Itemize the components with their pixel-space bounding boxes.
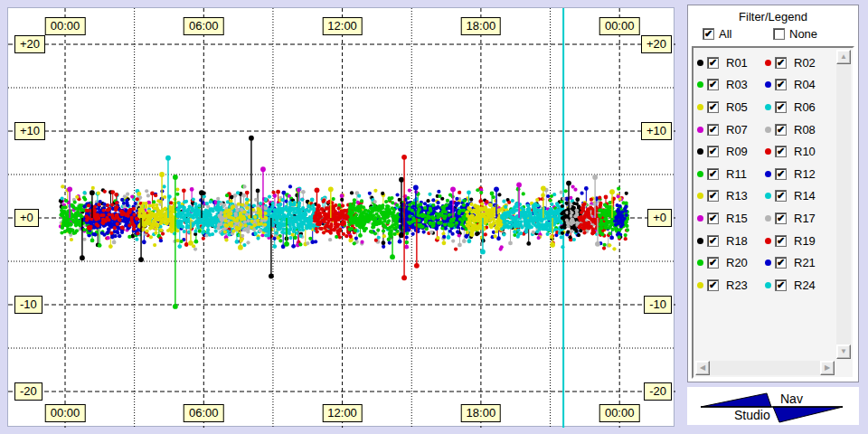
series-checkbox[interactable]: ✔	[775, 101, 787, 113]
series-color-dot	[765, 60, 771, 66]
x-tick-label-bottom: 06:00	[184, 404, 224, 422]
legend-item-R20[interactable]: ✔R20	[697, 256, 765, 269]
series-checkbox[interactable]: ✔	[707, 212, 719, 224]
series-checkbox[interactable]: ✔	[775, 124, 787, 136]
series-checkbox[interactable]: ✔	[707, 79, 719, 90]
series-color-dot	[765, 127, 771, 133]
series-checkbox[interactable]: ✔	[707, 57, 719, 69]
series-label: R20	[726, 256, 748, 269]
legend-item-R15[interactable]: ✔R15	[697, 212, 765, 225]
series-checkbox[interactable]: ✔	[775, 168, 787, 180]
y-tick-label-left: +20	[14, 35, 45, 53]
series-color-dot	[697, 259, 703, 266]
series-label: R11	[726, 167, 747, 181]
series-checkbox[interactable]: ✔	[707, 124, 719, 136]
series-color-dot	[697, 127, 703, 133]
legend-item-R14[interactable]: ✔R14	[765, 189, 833, 203]
series-checkbox[interactable]: ✔	[707, 235, 719, 247]
series-label: R10	[794, 145, 816, 158]
scroll-left-icon[interactable]: ◀	[695, 361, 710, 375]
series-color-dot	[765, 282, 771, 288]
series-checkbox[interactable]: ✔	[707, 257, 719, 269]
scroll-right-icon[interactable]: ▶	[820, 361, 835, 375]
legend-item-R01[interactable]: ✔R01	[697, 56, 765, 70]
series-color-dot	[765, 238, 771, 244]
series-color-dot	[697, 60, 703, 66]
all-checkbox-label: All	[719, 27, 731, 41]
y-tick-label-right: -20	[644, 382, 672, 401]
nav-studio-logo: Nav Studio	[687, 387, 859, 425]
legend-item-R12[interactable]: ✔R12	[765, 167, 833, 181]
none-checkbox-box[interactable]	[773, 28, 785, 40]
all-checkbox-box[interactable]: ✔	[703, 28, 714, 40]
scroll-down-icon[interactable]: ▼	[836, 344, 851, 359]
none-checkbox[interactable]: None	[773, 27, 817, 41]
series-color-dot	[765, 81, 771, 88]
series-label: R24	[794, 278, 816, 292]
y-tick-label-left: -10	[14, 296, 42, 314]
series-checkbox[interactable]: ✔	[775, 146, 787, 157]
series-checkbox[interactable]: ✔	[775, 235, 787, 247]
legend-item-R10[interactable]: ✔R10	[765, 145, 833, 158]
legend-item-R03[interactable]: ✔R03	[697, 78, 765, 91]
legend-item-R19[interactable]: ✔R19	[765, 234, 833, 248]
series-color-dot	[697, 215, 703, 222]
y-tick-label-left: +0	[14, 209, 39, 227]
legend-item-R13[interactable]: ✔R13	[697, 189, 765, 203]
legend-item-R21[interactable]: ✔R21	[765, 256, 833, 269]
legend-item-R17[interactable]: ✔R17	[765, 212, 833, 225]
series-label: R14	[794, 189, 816, 203]
series-checkbox[interactable]: ✔	[775, 257, 787, 269]
series-color-dot	[765, 148, 771, 155]
series-color-dot	[765, 259, 771, 266]
legend-item-R24[interactable]: ✔R24	[765, 278, 833, 292]
series-label: R06	[794, 100, 816, 114]
all-checkbox[interactable]: ✔ All	[703, 27, 731, 41]
legend-item-R06[interactable]: ✔R06	[765, 100, 833, 114]
series-color-dot	[697, 238, 703, 244]
series-checkbox[interactable]: ✔	[775, 190, 787, 202]
scroll-up-icon[interactable]: ▲	[836, 50, 851, 64]
legend-item-R11[interactable]: ✔R11	[697, 167, 765, 181]
y-tick-label-right: -10	[644, 296, 672, 314]
x-tick-label-bottom: 00:00	[599, 404, 640, 422]
vertical-scrollbar[interactable]	[836, 50, 851, 359]
series-color-dot	[765, 171, 771, 177]
legend-item-R05[interactable]: ✔R05	[697, 100, 765, 114]
series-checkbox[interactable]: ✔	[775, 79, 787, 90]
series-label: R18	[726, 234, 748, 248]
legend-item-R07[interactable]: ✔R07	[697, 123, 765, 137]
y-tick-label-right: +10	[641, 122, 672, 140]
y-tick-label-left: -20	[14, 382, 42, 401]
series-checkbox[interactable]: ✔	[707, 190, 719, 202]
series-label: R04	[794, 78, 816, 91]
x-tick-label-top: 00:00	[45, 17, 86, 35]
residuals-scatter-chart[interactable]	[8, 8, 675, 428]
series-checkbox[interactable]: ✔	[707, 279, 719, 291]
x-tick-label-bottom: 00:00	[45, 404, 86, 422]
x-tick-label-bottom: 18:00	[461, 404, 502, 422]
legend-title: Filter/Legend	[688, 10, 858, 24]
series-label: R19	[794, 234, 816, 248]
nav-label: Nav	[780, 392, 803, 406]
series-label: R08	[794, 123, 816, 137]
series-color-dot	[697, 81, 703, 88]
legend-item-R04[interactable]: ✔R04	[765, 78, 833, 91]
none-checkbox-label: None	[789, 27, 817, 41]
y-tick-label-right: +0	[647, 209, 672, 227]
legend-item-R18[interactable]: ✔R18	[697, 234, 765, 248]
legend-item-R09[interactable]: ✔R09	[697, 145, 765, 158]
series-checkbox[interactable]: ✔	[707, 146, 719, 157]
legend-item-R23[interactable]: ✔R23	[697, 278, 765, 292]
series-checkbox[interactable]: ✔	[775, 57, 787, 69]
legend-item-R02[interactable]: ✔R02	[765, 56, 833, 70]
series-checkbox[interactable]: ✔	[775, 279, 787, 291]
residuals-plot-panel[interactable]: 00:0000:0006:0006:0012:0012:0018:0018:00…	[7, 7, 675, 427]
series-checkbox[interactable]: ✔	[775, 212, 787, 224]
horizontal-scrollbar[interactable]	[695, 361, 835, 375]
legend-item-R08[interactable]: ✔R08	[765, 123, 833, 137]
series-label: R05	[726, 100, 748, 114]
series-checkbox[interactable]: ✔	[707, 101, 719, 113]
series-checkbox[interactable]: ✔	[707, 168, 719, 180]
series-color-dot	[697, 104, 703, 110]
